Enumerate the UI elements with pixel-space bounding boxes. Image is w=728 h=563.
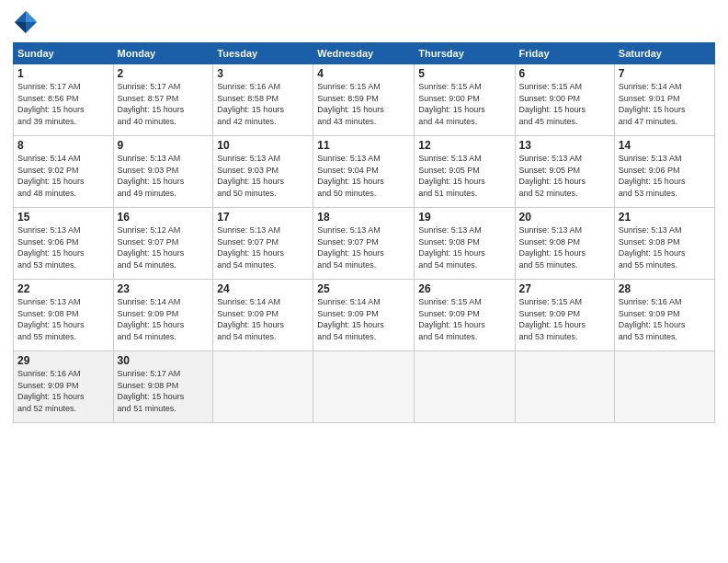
day-info: Sunrise: 5:16 AM Sunset: 8:58 PM Dayligh… <box>217 81 309 127</box>
calendar-cell: 24Sunrise: 5:14 AM Sunset: 9:09 PM Dayli… <box>213 280 313 351</box>
page-header <box>13 9 715 35</box>
day-number: 7 <box>619 67 711 80</box>
calendar-cell: 25Sunrise: 5:14 AM Sunset: 9:09 PM Dayli… <box>313 280 415 351</box>
calendar-week-row: 29Sunrise: 5:16 AM Sunset: 9:09 PM Dayli… <box>14 351 715 423</box>
day-info: Sunrise: 5:15 AM Sunset: 8:59 PM Dayligh… <box>317 81 410 127</box>
calendar-cell: 10Sunrise: 5:13 AM Sunset: 9:03 PM Dayli… <box>213 136 313 208</box>
day-info: Sunrise: 5:15 AM Sunset: 9:00 PM Dayligh… <box>519 81 610 127</box>
day-info: Sunrise: 5:13 AM Sunset: 9:03 PM Dayligh… <box>217 153 309 199</box>
logo-icon <box>13 9 39 35</box>
day-number: 8 <box>17 139 109 152</box>
calendar-table: SundayMondayTuesdayWednesdayThursdayFrid… <box>13 42 715 423</box>
calendar-cell: 19Sunrise: 5:13 AM Sunset: 9:08 PM Dayli… <box>415 208 515 280</box>
day-number: 5 <box>418 67 510 80</box>
calendar-cell: 27Sunrise: 5:15 AM Sunset: 9:09 PM Dayli… <box>515 280 614 351</box>
calendar-week-row: 8Sunrise: 5:14 AM Sunset: 9:02 PM Daylig… <box>14 136 715 208</box>
calendar-cell: 21Sunrise: 5:13 AM Sunset: 9:08 PM Dayli… <box>614 208 714 280</box>
calendar-cell: 13Sunrise: 5:13 AM Sunset: 9:05 PM Dayli… <box>515 136 614 208</box>
day-info: Sunrise: 5:13 AM Sunset: 9:08 PM Dayligh… <box>619 224 711 270</box>
day-info: Sunrise: 5:17 AM Sunset: 9:08 PM Dayligh… <box>118 368 210 414</box>
weekday-header-monday: Monday <box>113 43 213 64</box>
day-info: Sunrise: 5:17 AM Sunset: 8:57 PM Dayligh… <box>118 81 210 127</box>
calendar-cell: 26Sunrise: 5:15 AM Sunset: 9:09 PM Dayli… <box>415 280 515 351</box>
day-number: 13 <box>519 139 610 152</box>
svg-marker-2 <box>15 22 26 33</box>
calendar-cell: 3Sunrise: 5:16 AM Sunset: 8:58 PM Daylig… <box>213 64 313 136</box>
calendar-cell: 15Sunrise: 5:13 AM Sunset: 9:06 PM Dayli… <box>14 208 114 280</box>
calendar-cell: 5Sunrise: 5:15 AM Sunset: 9:00 PM Daylig… <box>415 64 515 136</box>
day-number: 18 <box>317 211 410 224</box>
day-info: Sunrise: 5:17 AM Sunset: 8:56 PM Dayligh… <box>17 81 109 127</box>
weekday-header-sunday: Sunday <box>14 43 114 64</box>
weekday-header-friday: Friday <box>515 43 614 64</box>
day-number: 12 <box>418 139 510 152</box>
day-info: Sunrise: 5:13 AM Sunset: 9:05 PM Dayligh… <box>519 153 610 199</box>
calendar-cell: 4Sunrise: 5:15 AM Sunset: 8:59 PM Daylig… <box>313 64 415 136</box>
calendar-cell: 20Sunrise: 5:13 AM Sunset: 9:08 PM Dayli… <box>515 208 614 280</box>
calendar-cell: 28Sunrise: 5:16 AM Sunset: 9:09 PM Dayli… <box>614 280 714 351</box>
day-info: Sunrise: 5:14 AM Sunset: 9:09 PM Dayligh… <box>317 296 410 342</box>
day-number: 6 <box>519 67 610 80</box>
weekday-header-wednesday: Wednesday <box>313 43 415 64</box>
calendar-header-row: SundayMondayTuesdayWednesdayThursdayFrid… <box>14 43 715 64</box>
day-number: 1 <box>17 67 109 80</box>
day-number: 22 <box>17 282 109 295</box>
day-info: Sunrise: 5:13 AM Sunset: 9:06 PM Dayligh… <box>619 153 711 199</box>
day-info: Sunrise: 5:16 AM Sunset: 9:09 PM Dayligh… <box>17 368 109 414</box>
calendar-cell <box>614 351 714 423</box>
day-number: 23 <box>118 282 210 295</box>
weekday-header-thursday: Thursday <box>415 43 515 64</box>
day-info: Sunrise: 5:13 AM Sunset: 9:07 PM Dayligh… <box>217 224 309 270</box>
calendar-cell <box>415 351 515 423</box>
calendar-cell: 22Sunrise: 5:13 AM Sunset: 9:08 PM Dayli… <box>14 280 114 351</box>
logo <box>13 9 40 35</box>
day-info: Sunrise: 5:13 AM Sunset: 9:03 PM Dayligh… <box>118 153 210 199</box>
weekday-header-tuesday: Tuesday <box>213 43 313 64</box>
calendar-cell: 1Sunrise: 5:17 AM Sunset: 8:56 PM Daylig… <box>14 64 114 136</box>
calendar-cell: 17Sunrise: 5:13 AM Sunset: 9:07 PM Dayli… <box>213 208 313 280</box>
calendar-cell <box>213 351 313 423</box>
day-info: Sunrise: 5:14 AM Sunset: 9:09 PM Dayligh… <box>217 296 309 342</box>
day-info: Sunrise: 5:16 AM Sunset: 9:09 PM Dayligh… <box>619 296 711 342</box>
day-info: Sunrise: 5:13 AM Sunset: 9:08 PM Dayligh… <box>418 224 510 270</box>
calendar-cell: 9Sunrise: 5:13 AM Sunset: 9:03 PM Daylig… <box>113 136 213 208</box>
calendar-cell: 2Sunrise: 5:17 AM Sunset: 8:57 PM Daylig… <box>113 64 213 136</box>
calendar-cell: 29Sunrise: 5:16 AM Sunset: 9:09 PM Dayli… <box>14 351 114 423</box>
day-number: 30 <box>118 354 210 367</box>
day-info: Sunrise: 5:14 AM Sunset: 9:02 PM Dayligh… <box>17 153 109 199</box>
calendar-cell: 30Sunrise: 5:17 AM Sunset: 9:08 PM Dayli… <box>113 351 213 423</box>
calendar-cell: 6Sunrise: 5:15 AM Sunset: 9:00 PM Daylig… <box>515 64 614 136</box>
calendar-cell: 16Sunrise: 5:12 AM Sunset: 9:07 PM Dayli… <box>113 208 213 280</box>
day-number: 17 <box>217 211 309 224</box>
day-number: 16 <box>118 211 210 224</box>
day-info: Sunrise: 5:13 AM Sunset: 9:08 PM Dayligh… <box>17 296 109 342</box>
day-number: 26 <box>418 282 510 295</box>
day-info: Sunrise: 5:15 AM Sunset: 9:09 PM Dayligh… <box>418 296 510 342</box>
calendar-cell: 14Sunrise: 5:13 AM Sunset: 9:06 PM Dayli… <box>614 136 714 208</box>
day-number: 20 <box>519 211 610 224</box>
day-info: Sunrise: 5:13 AM Sunset: 9:07 PM Dayligh… <box>317 224 410 270</box>
day-info: Sunrise: 5:15 AM Sunset: 9:09 PM Dayligh… <box>519 296 610 342</box>
calendar-cell <box>313 351 415 423</box>
calendar-cell: 23Sunrise: 5:14 AM Sunset: 9:09 PM Dayli… <box>113 280 213 351</box>
day-number: 4 <box>317 67 410 80</box>
calendar-week-row: 15Sunrise: 5:13 AM Sunset: 9:06 PM Dayli… <box>14 208 715 280</box>
calendar-cell: 7Sunrise: 5:14 AM Sunset: 9:01 PM Daylig… <box>614 64 714 136</box>
svg-marker-1 <box>26 11 37 22</box>
day-info: Sunrise: 5:14 AM Sunset: 9:09 PM Dayligh… <box>118 296 210 342</box>
day-number: 21 <box>619 211 711 224</box>
day-number: 11 <box>317 139 410 152</box>
day-info: Sunrise: 5:13 AM Sunset: 9:06 PM Dayligh… <box>17 224 109 270</box>
day-number: 29 <box>17 354 109 367</box>
calendar-cell: 12Sunrise: 5:13 AM Sunset: 9:05 PM Dayli… <box>415 136 515 208</box>
calendar-cell: 11Sunrise: 5:13 AM Sunset: 9:04 PM Dayli… <box>313 136 415 208</box>
day-info: Sunrise: 5:12 AM Sunset: 9:07 PM Dayligh… <box>118 224 210 270</box>
calendar-cell <box>515 351 614 423</box>
calendar-week-row: 22Sunrise: 5:13 AM Sunset: 9:08 PM Dayli… <box>14 280 715 351</box>
day-info: Sunrise: 5:14 AM Sunset: 9:01 PM Dayligh… <box>619 81 711 127</box>
day-number: 3 <box>217 67 309 80</box>
day-number: 19 <box>418 211 510 224</box>
day-number: 24 <box>217 282 309 295</box>
day-info: Sunrise: 5:13 AM Sunset: 9:05 PM Dayligh… <box>418 153 510 199</box>
calendar-body: 1Sunrise: 5:17 AM Sunset: 8:56 PM Daylig… <box>14 64 715 423</box>
